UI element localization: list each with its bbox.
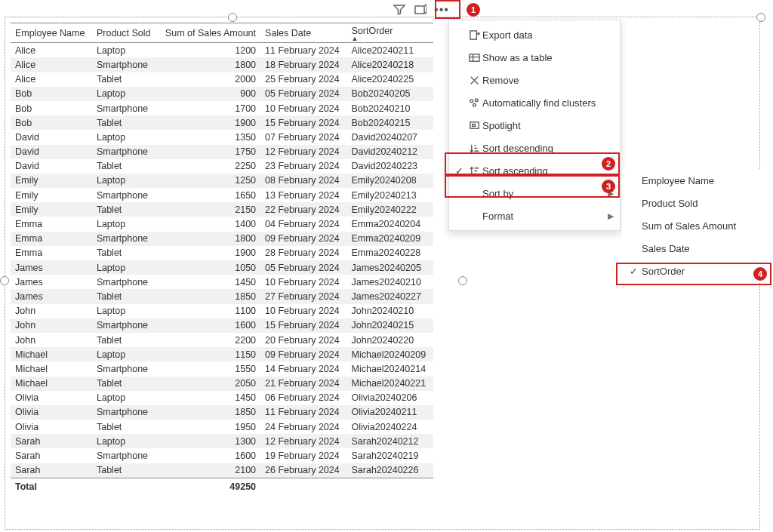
cell: Tablet — [92, 420, 157, 434]
cell: Laptop — [92, 391, 157, 405]
menu-spotlight[interactable]: Spotlight — [449, 114, 620, 137]
cell: David — [11, 145, 92, 159]
cell: Tablet — [92, 463, 157, 478]
cell: 24 February 2024 — [260, 420, 346, 434]
cell: Michael20240209 — [346, 347, 433, 361]
cell: Tablet — [92, 377, 157, 391]
cell: Sarah20240226 — [346, 463, 433, 478]
cell: 14 February 2024 — [260, 361, 346, 376]
cell: Tablet — [92, 333, 157, 347]
table-row[interactable]: MichaelSmartphone155014 February 2024Mic… — [11, 361, 433, 376]
menu-export[interactable]: Export data — [449, 23, 620, 46]
cell: James20240210 — [346, 275, 433, 289]
cell: 07 February 2024 — [260, 130, 346, 144]
cell: Sarah20240219 — [346, 448, 433, 463]
cell: 2150 — [157, 202, 260, 217]
cell: 15 February 2024 — [260, 318, 346, 333]
cell: Laptop — [92, 304, 157, 318]
cell: Smartphone — [92, 405, 157, 420]
table-row[interactable]: OliviaSmartphone185011 February 2024Oliv… — [11, 405, 433, 420]
table-row[interactable]: JamesSmartphone145010 February 2024James… — [11, 275, 433, 289]
remove-icon — [466, 75, 482, 86]
table-row[interactable]: EmilyTablet215022 February 2024Emily2024… — [11, 202, 433, 217]
cell: 1400 — [157, 217, 260, 231]
col-date[interactable]: Sales Date — [260, 23, 346, 43]
table-row[interactable]: JamesTablet185027 February 2024James2024… — [11, 289, 433, 303]
filter-icon[interactable] — [393, 3, 406, 17]
cell: 1300 — [157, 434, 260, 448]
cell: Olivia20240224 — [346, 420, 433, 434]
col-employee[interactable]: Employee Name — [11, 23, 92, 43]
table-row[interactable]: JohnLaptop110010 February 2024John202402… — [11, 304, 433, 318]
sortby-amount[interactable]: Sum of Sales Amount — [622, 214, 771, 237]
cell: Laptop — [92, 434, 157, 448]
cell: 26 February 2024 — [260, 463, 346, 478]
cell: 11 February 2024 — [260, 43, 346, 58]
resize-handle-top[interactable] — [228, 13, 237, 22]
cell: Emma — [11, 232, 92, 246]
resize-handle-mid[interactable] — [458, 276, 467, 285]
menu-show-table[interactable]: Show as a table — [449, 46, 620, 69]
table-row[interactable]: DavidLaptop135007 February 2024David2024… — [11, 130, 433, 144]
cell: Bob — [11, 87, 92, 101]
table-row[interactable]: JohnTablet220020 February 2024John202402… — [11, 333, 433, 347]
sortby-product[interactable]: Product Sold — [622, 192, 771, 214]
cell: Smartphone — [92, 57, 157, 72]
table-row[interactable]: MichaelLaptop115009 February 2024Michael… — [11, 347, 433, 361]
cell: David20240207 — [346, 130, 433, 144]
table-row[interactable]: OliviaTablet195024 February 2024Olivia20… — [11, 420, 433, 434]
cell: Olivia — [11, 405, 92, 420]
cell: 1650 — [157, 188, 260, 202]
table-row[interactable]: AliceLaptop120011 February 2024Alice2024… — [11, 43, 433, 58]
table-row[interactable]: EmilyLaptop125008 February 2024Emily2024… — [11, 174, 433, 188]
table-row[interactable]: JamesLaptop105005 February 2024James2024… — [11, 260, 433, 275]
annotation-4-box — [616, 263, 771, 285]
cell: Bob — [11, 101, 92, 115]
table-row[interactable]: BobTablet190015 February 2024Bob20240215 — [11, 115, 433, 130]
table-row[interactable]: EmmaLaptop140004 February 2024Emma202402… — [11, 217, 433, 231]
cell: Emily — [11, 202, 92, 217]
table-row[interactable]: JohnSmartphone160015 February 2024John20… — [11, 318, 433, 333]
table-row[interactable]: EmmaTablet190028 February 2024Emma202402… — [11, 246, 433, 260]
cell: 1350 — [157, 130, 260, 144]
cell: Smartphone — [92, 361, 157, 376]
menu-clusters[interactable]: Automatically find clusters — [449, 91, 620, 114]
sortby-date[interactable]: Sales Date — [622, 237, 771, 260]
cell: Emma — [11, 217, 92, 231]
cell: Smartphone — [92, 101, 157, 115]
table-row[interactable]: AliceTablet200025 February 2024Alice2024… — [11, 72, 433, 87]
cell: Olivia — [11, 391, 92, 405]
svg-point-5 — [473, 103, 476, 106]
cell: Michael — [11, 361, 92, 376]
cell: 1250 — [157, 174, 260, 188]
table-row[interactable]: SarahTablet210026 February 2024Sarah2024… — [11, 463, 433, 478]
table-row[interactable]: SarahLaptop130012 February 2024Sarah2024… — [11, 434, 433, 448]
cell: 20 February 2024 — [260, 333, 346, 347]
resize-handle-left[interactable] — [0, 276, 9, 285]
table-row[interactable]: BobSmartphone170010 February 2024Bob2024… — [11, 101, 433, 115]
col-sortorder[interactable]: SortOrder▲ — [346, 23, 433, 43]
col-amount[interactable]: Sum of Sales Amount — [157, 23, 260, 43]
table-row[interactable]: EmmaSmartphone180009 February 2024Emma20… — [11, 232, 433, 246]
svg-rect-1 — [470, 30, 476, 38]
menu-remove[interactable]: Remove — [449, 69, 620, 91]
cell: John — [11, 318, 92, 333]
menu-format[interactable]: Format ▶ — [449, 204, 620, 227]
focus-icon[interactable] — [414, 3, 427, 17]
table-row[interactable]: OliviaLaptop145006 February 2024Olivia20… — [11, 391, 433, 405]
cell: Olivia20240211 — [346, 405, 433, 420]
resize-handle-top-right[interactable] — [756, 13, 765, 22]
table-row[interactable]: SarahSmartphone160019 February 2024Sarah… — [11, 448, 433, 463]
col-product[interactable]: Product Sold — [92, 23, 157, 43]
cell: 1550 — [157, 361, 260, 376]
table-row[interactable]: MichaelTablet205021 February 2024Michael… — [11, 377, 433, 391]
table-row[interactable]: AliceSmartphone180018 February 2024Alice… — [11, 57, 433, 72]
table-row[interactable]: BobLaptop90005 February 2024Bob20240205 — [11, 87, 433, 101]
annotation-1-box — [435, 0, 460, 19]
table-row[interactable]: EmilySmartphone165013 February 2024Emily… — [11, 188, 433, 202]
total-row: Total 49250 — [11, 478, 433, 494]
cell: Bob20240210 — [346, 101, 433, 115]
table-row[interactable]: DavidTablet225023 February 2024David2024… — [11, 159, 433, 174]
sortby-employee[interactable]: Employee Name — [622, 169, 771, 192]
table-row[interactable]: DavidSmartphone175012 February 2024David… — [11, 145, 433, 159]
